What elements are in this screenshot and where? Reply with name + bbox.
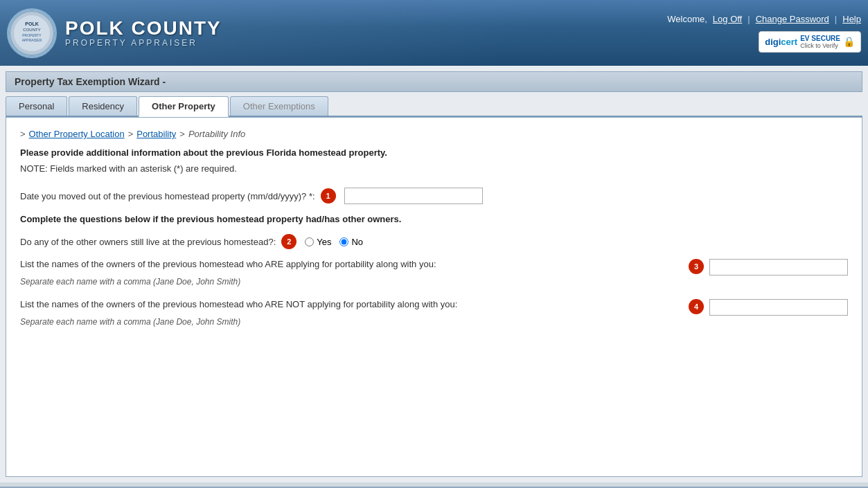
change-password-link[interactable]: Change Password: [756, 14, 829, 24]
field3-group: List the names of the owners of the prev…: [20, 259, 848, 287]
field4-input[interactable]: [709, 299, 848, 316]
ev-secure-label: EV SECURE: [800, 35, 840, 42]
lock-icon: 🔒: [843, 36, 855, 47]
help-link[interactable]: Help: [842, 14, 861, 24]
svg-text:COUNTY: COUNTY: [23, 28, 40, 32]
breadcrumb-link-other-property-location[interactable]: Other Property Location: [29, 129, 125, 139]
tabs-row: Personal Residency Other Property Other …: [6, 96, 862, 117]
field1-step-badge: 1: [321, 188, 336, 204]
field1-row: Date you moved out of the previous homes…: [20, 188, 848, 204]
owners-section-title: Complete the questions below if the prev…: [20, 214, 848, 224]
breadcrumb-current: Portability Info: [188, 129, 245, 139]
header: POLK COUNTY PROPERTY APPRAISER POLK COUN…: [0, 0, 868, 66]
field4-group: List the names of the owners of the prev…: [20, 299, 848, 327]
header-left: POLK COUNTY PROPERTY APPRAISER POLK COUN…: [7, 8, 222, 58]
field2-radio-no-label[interactable]: No: [339, 237, 363, 247]
click-to-verify: Click to Verify: [800, 42, 840, 49]
field1-label: Date you moved out of the previous homes…: [20, 191, 315, 201]
welcome-text: Welcome,: [667, 14, 707, 24]
tab-other-exemptions: Other Exemptions: [230, 96, 328, 116]
svg-text:POLK: POLK: [25, 21, 38, 26]
field3-label: List the names of the owners of the prev…: [20, 259, 436, 269]
field2-yes-text: Yes: [317, 237, 331, 247]
field2-no-text: No: [351, 237, 363, 247]
header-top-links: Welcome, Log Off | Change Password | Hel…: [667, 14, 861, 24]
field2-label: Do any of the other owners still live at…: [20, 237, 276, 247]
tab-residency[interactable]: Residency: [69, 96, 137, 116]
org-name: POLK COUNTY: [65, 19, 222, 38]
content-area: > Other Property Location > Portability …: [6, 117, 862, 477]
org-subtitle: PROPERTY APPRAISER: [65, 38, 222, 48]
tab-personal[interactable]: Personal: [6, 96, 67, 116]
digi-logo: digicert: [765, 37, 797, 47]
digicert-badge[interactable]: digicert EV SECURE Click to Verify 🔒: [759, 31, 861, 53]
field2-step-badge: 2: [281, 234, 296, 249]
header-right: Welcome, Log Off | Change Password | Hel…: [667, 14, 861, 53]
log-off-link[interactable]: Log Off: [713, 14, 742, 24]
field2-row: Do any of the other owners still live at…: [20, 234, 848, 249]
logo-badge: POLK COUNTY PROPERTY APPRAISER: [7, 8, 57, 58]
field2-radio-yes-label[interactable]: Yes: [305, 237, 331, 247]
field4-sublabel: Separate each name with a comma (Jane Do…: [20, 317, 848, 327]
form-section-title: Please provide additional information ab…: [20, 147, 848, 158]
tab-other-property[interactable]: Other Property: [139, 96, 229, 117]
form-note: NOTE: Fields marked with an asterisk (*)…: [20, 163, 848, 174]
field3-input[interactable]: [709, 259, 848, 275]
field1-input[interactable]: [344, 188, 483, 204]
field3-step-badge: 3: [689, 259, 704, 274]
svg-text:PROPERTY: PROPERTY: [22, 33, 42, 37]
field4-step-badge: 4: [689, 299, 704, 314]
field2-radio-no[interactable]: [339, 237, 348, 246]
field2-radio-yes[interactable]: [305, 237, 314, 246]
main-container: Property Tax Exemption Wizard - Personal…: [0, 66, 868, 482]
wizard-titlebar: Property Tax Exemption Wizard -: [6, 71, 862, 92]
breadcrumb: > Other Property Location > Portability …: [20, 129, 848, 139]
breadcrumb-link-portability[interactable]: Portability: [136, 129, 176, 139]
field2-radio-group: Yes No: [305, 237, 363, 247]
field4-label: List the names of the owners of the prev…: [20, 299, 457, 309]
field3-sublabel: Separate each name with a comma (Jane Do…: [20, 277, 848, 287]
wizard-title: Property Tax Exemption Wizard -: [15, 76, 166, 87]
org-name-block: POLK COUNTY PROPERTY APPRAISER: [65, 19, 222, 48]
svg-text:APPRAISER: APPRAISER: [22, 38, 42, 42]
